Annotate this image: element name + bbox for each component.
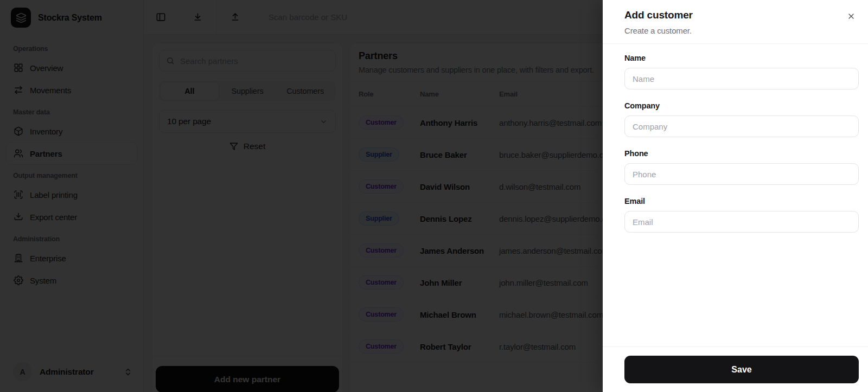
save-button[interactable]: Save (624, 356, 859, 383)
field-label: Company (624, 101, 859, 110)
field-label: Name (624, 54, 859, 62)
field-company: Company (624, 101, 859, 137)
drawer-subtitle: Create a customer. (624, 26, 859, 35)
drawer-title: Add customer (624, 9, 859, 21)
field-name: Name (624, 54, 859, 89)
modal-overlay[interactable] (0, 0, 603, 392)
drawer-form: NameCompanyPhoneEmail (603, 44, 868, 233)
field-label: Phone (624, 149, 859, 158)
close-drawer-button[interactable] (844, 9, 859, 24)
field-label: Email (624, 197, 859, 205)
field-email: Email (624, 197, 859, 233)
phone-input[interactable] (624, 163, 859, 185)
close-icon (847, 12, 856, 21)
company-input[interactable] (624, 115, 859, 137)
add-customer-drawer: Add customer Create a customer. NameComp… (603, 0, 868, 392)
email-input[interactable] (624, 211, 859, 233)
field-phone: Phone (624, 149, 859, 185)
name-input[interactable] (624, 68, 859, 89)
